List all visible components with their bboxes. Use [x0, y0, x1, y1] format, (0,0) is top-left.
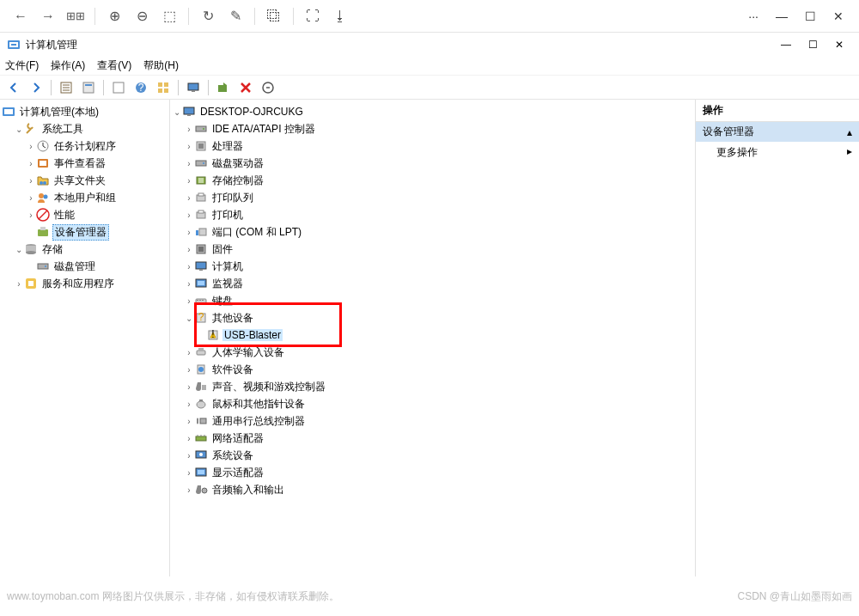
show-hide-tree-icon[interactable] [56, 77, 76, 98]
tree-label[interactable]: 事件查看器 [52, 156, 107, 171]
properties-icon[interactable] [78, 77, 99, 98]
device-label[interactable]: 键盘 [210, 294, 235, 308]
chevron-right-icon[interactable]: › [26, 210, 36, 220]
tree-device-manager[interactable]: 设备管理器 [2, 223, 168, 241]
device-category[interactable]: ›打印队列 [172, 189, 693, 206]
copy-button[interactable]: ⿻ [262, 4, 286, 28]
device-label[interactable]: 固件 [210, 242, 235, 257]
device-label[interactable]: 存储控制器 [210, 174, 265, 188]
tree-label[interactable]: 任务计划程序 [52, 139, 118, 154]
device-category[interactable]: ›固件 [172, 241, 693, 258]
fullscreen-button[interactable]: ⛶ [301, 4, 325, 28]
device-label[interactable]: 网络适配器 [210, 431, 265, 446]
device-category[interactable]: ›存储控制器 [172, 172, 693, 189]
chevron-right-icon[interactable]: › [184, 279, 194, 289]
device-label[interactable]: 磁盘驱动器 [210, 156, 265, 171]
device-label[interactable]: 音频输入和输出 [210, 483, 286, 497]
mmc-maximize-button[interactable]: ☐ [808, 39, 818, 51]
menu-view[interactable]: 查看(V) [97, 58, 131, 73]
chevron-down-icon[interactable]: ⌄ [14, 125, 24, 134]
device-category[interactable]: ›鼠标和其他指针设备 [172, 395, 693, 412]
chevron-right-icon[interactable]: › [26, 142, 36, 151]
scan-hardware-icon[interactable] [213, 77, 234, 98]
device-label[interactable]: 打印机 [210, 208, 245, 223]
chevron-right-icon[interactable]: › [184, 262, 194, 271]
back-button[interactable]: ← [9, 4, 33, 28]
menu-file[interactable]: 文件(F) [5, 58, 39, 73]
device-category[interactable]: ›人体学输入设备 [172, 344, 693, 361]
device-category[interactable]: ›软件设备 [172, 361, 693, 378]
chevron-right-icon[interactable]: › [184, 142, 194, 151]
chevron-right-icon[interactable]: › [184, 296, 194, 306]
chevron-down-icon[interactable]: ⌄ [184, 314, 194, 323]
device-label[interactable]: 软件设备 [210, 363, 255, 377]
mmc-close-button[interactable]: ✕ [835, 39, 844, 51]
device-label[interactable]: DESKTOP-OJRCUKG [198, 106, 305, 118]
device-label[interactable]: 其他设备 [210, 311, 255, 326]
uninstall-icon[interactable] [235, 77, 256, 98]
chevron-right-icon[interactable]: › [184, 382, 194, 392]
tree-event-viewer[interactable]: › 事件查看器 [2, 155, 168, 172]
chevron-right-icon[interactable]: › [184, 228, 194, 237]
tree-label[interactable]: 存储 [40, 242, 64, 257]
device-category[interactable]: ›通用串行总线控制器 [172, 412, 693, 430]
device-category[interactable]: ›网络适配器 [172, 430, 693, 447]
device-category[interactable]: ›音频输入和输出 [172, 481, 693, 498]
fit-width-button[interactable]: ⬚ [157, 4, 181, 28]
tree-system-tools[interactable]: ⌄ 系统工具 [2, 120, 168, 137]
download-button[interactable]: ⭳ [328, 4, 352, 28]
device-category[interactable]: ›声音、视频和游戏控制器 [172, 378, 693, 395]
chevron-right-icon[interactable]: › [184, 193, 194, 203]
device-label[interactable]: 鼠标和其他指针设备 [210, 397, 307, 412]
chevron-right-icon[interactable]: › [184, 434, 194, 443]
device-label[interactable]: 显示适配器 [210, 466, 265, 480]
device-category[interactable]: ›IDE ATA/ATAPI 控制器 [172, 120, 693, 137]
zoom-in-button[interactable]: ⊕ [102, 4, 126, 28]
chevron-down-icon[interactable]: ⌄ [14, 245, 24, 254]
device-label[interactable]: 人体学输入设备 [210, 345, 286, 360]
tree-task-scheduler[interactable]: › 任务计划程序 [2, 137, 168, 155]
tree-local-users[interactable]: › 本地用户和组 [2, 189, 168, 206]
device-root[interactable]: ⌄ DESKTOP-OJRCUKG [172, 103, 693, 120]
tree-label[interactable]: 磁盘管理 [52, 259, 97, 274]
tree-storage[interactable]: ⌄ 存储 [2, 241, 168, 258]
enable-device-icon[interactable] [258, 77, 278, 98]
chevron-right-icon[interactable]: › [184, 125, 194, 134]
chevron-right-icon[interactable]: › [26, 159, 36, 168]
menu-action[interactable]: 操作(A) [51, 58, 85, 73]
device-label[interactable]: 端口 (COM 和 LPT) [210, 225, 303, 240]
maximize-button[interactable]: ☐ [805, 9, 816, 23]
chevron-right-icon[interactable]: › [184, 399, 194, 409]
device-category[interactable]: ›端口 (COM 和 LPT) [172, 223, 693, 241]
nav-forward-icon[interactable] [26, 77, 46, 98]
chevron-right-icon[interactable]: › [26, 193, 36, 203]
chevron-right-icon[interactable]: › [184, 210, 194, 220]
edit-button[interactable]: ✎ [223, 4, 247, 28]
device-category[interactable]: ›打印机 [172, 206, 693, 223]
tree-label[interactable]: 性能 [52, 208, 76, 223]
device-label[interactable]: 处理器 [210, 139, 245, 154]
tree-label[interactable]: 计算机管理(本地) [18, 105, 101, 119]
collapse-icon[interactable]: ▴ [847, 126, 852, 138]
device-label[interactable]: 监视器 [210, 277, 245, 291]
nav-back-icon[interactable] [3, 77, 24, 98]
chevron-down-icon[interactable]: ⌄ [172, 107, 182, 117]
device-label[interactable]: 计算机 [210, 259, 245, 274]
device-category[interactable]: ›显示适配器 [172, 464, 693, 481]
device-category[interactable]: ›处理器 [172, 137, 693, 155]
tree-disk-mgmt[interactable]: 磁盘管理 [2, 258, 168, 275]
chevron-right-icon[interactable]: › [14, 279, 24, 289]
close-button[interactable]: ✕ [833, 9, 844, 23]
tree-root[interactable]: 计算机管理(本地) [2, 103, 168, 120]
device-label[interactable]: 打印队列 [210, 191, 255, 205]
toolbar-icon-1[interactable] [108, 77, 129, 98]
chevron-right-icon[interactable]: › [184, 451, 194, 460]
monitor-icon[interactable] [183, 77, 204, 98]
tree-services-apps[interactable]: › 服务和应用程序 [2, 275, 168, 292]
tree-shared-folders[interactable]: › 共享文件夹 [2, 172, 168, 189]
actions-section[interactable]: 设备管理器 ▴ [696, 122, 859, 142]
forward-button[interactable]: → [36, 4, 60, 28]
device-category[interactable]: ›系统设备 [172, 447, 693, 464]
tree-label[interactable]: 共享文件夹 [52, 174, 107, 188]
more-button[interactable]: ··· [748, 9, 758, 23]
